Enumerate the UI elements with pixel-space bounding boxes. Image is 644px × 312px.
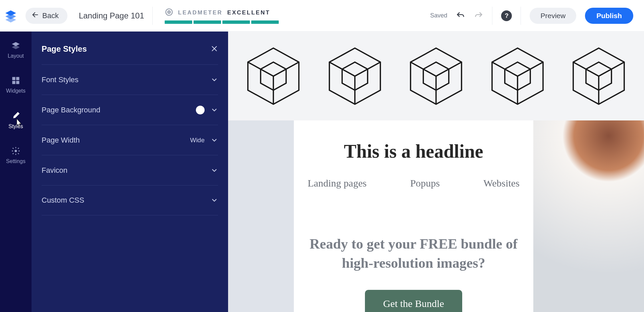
cube-icon [241, 44, 305, 108]
option-label: Font Styles [42, 75, 78, 84]
chevron-down-icon [211, 197, 218, 204]
logo-strip [228, 32, 644, 120]
saved-status: Saved [430, 12, 447, 19]
styles-panel: Page Styles Font Styles Page Background … [32, 32, 228, 312]
option-page-background[interactable]: Page Background [42, 95, 218, 125]
divider [521, 7, 521, 25]
chevron-down-icon [211, 76, 218, 84]
divider [152, 7, 153, 25]
svg-point-13 [15, 150, 17, 152]
cta-button[interactable]: Get the Bundle [365, 290, 462, 312]
brush-icon [11, 111, 21, 121]
option-label: Favicon [42, 166, 67, 175]
close-icon [211, 45, 218, 52]
panel-title: Page Styles [42, 44, 87, 54]
leadmeter-label: LEADMETER [178, 9, 223, 16]
leadmeter: LEADMETER EXCELLENT [165, 8, 279, 24]
publish-button[interactable]: Publish [585, 8, 633, 24]
leadmeter-bar [165, 20, 279, 24]
svg-marker-8 [12, 45, 19, 49]
widgets-icon [11, 76, 20, 85]
cube-icon [323, 44, 387, 108]
svg-marker-2 [5, 17, 16, 22]
tab-landing-pages[interactable]: Landing pages [308, 177, 367, 189]
option-custom-css[interactable]: Custom CSS [42, 185, 218, 215]
option-page-width[interactable]: Page Width Wide [42, 125, 218, 155]
option-label: Page Width [42, 136, 80, 145]
leadmeter-segment [194, 20, 221, 24]
undo-button[interactable] [456, 11, 465, 20]
tab-websites[interactable]: Websites [483, 177, 520, 189]
status-group: Saved ? Preview Publish [430, 7, 633, 25]
stage: This is a headline Landing pages Popups … [228, 120, 644, 312]
svg-rect-10 [16, 77, 19, 80]
tab-popups[interactable]: Popups [410, 177, 440, 189]
leadmeter-segment [165, 20, 192, 24]
undo-icon [456, 11, 465, 20]
arrow-left-icon [32, 11, 39, 20]
leadmeter-segment [222, 20, 250, 24]
cube-icon [486, 44, 549, 108]
color-swatch [196, 106, 205, 114]
svg-rect-9 [12, 77, 15, 80]
target-icon [165, 8, 173, 18]
canvas: This is a headline Landing pages Popups … [228, 32, 644, 312]
sidebar-rail: Layout Widgets Styles Settings [0, 32, 32, 312]
gear-icon [11, 146, 20, 156]
rail-label: Settings [6, 158, 25, 164]
rail-item-settings[interactable]: Settings [0, 144, 32, 166]
page-title: Landing Page 101 [79, 11, 144, 20]
rail-item-styles[interactable]: Styles [0, 109, 32, 132]
headline: This is a headline [344, 141, 483, 162]
help-button[interactable]: ? [501, 10, 512, 21]
svg-rect-11 [12, 81, 15, 84]
redo-icon [474, 11, 483, 20]
chevron-down-icon [211, 106, 218, 114]
topbar: Back Landing Page 101 LEADMETER EXCELLEN… [0, 0, 644, 32]
stage-gutter [228, 120, 294, 312]
option-label: Page Background [42, 106, 100, 114]
rail-label: Widgets [6, 88, 25, 94]
option-label: Custom CSS [42, 196, 84, 205]
preview-button[interactable]: Preview [530, 8, 576, 24]
cube-icon [404, 44, 468, 108]
redo-button[interactable] [474, 11, 483, 20]
leadmeter-rating: EXCELLENT [227, 9, 270, 16]
chevron-down-icon [211, 167, 218, 174]
lead-text: Ready to get your FREE bundle of high-re… [294, 235, 533, 272]
tab-row: Landing pages Popups Websites [308, 177, 520, 189]
back-label: Back [42, 11, 59, 20]
back-button[interactable]: Back [25, 8, 67, 24]
rail-item-widgets[interactable]: Widgets [0, 74, 32, 96]
option-value: Wide [190, 137, 205, 144]
divider [492, 7, 492, 25]
content-card: This is a headline Landing pages Popups … [294, 120, 533, 312]
app-logo-icon [4, 9, 17, 22]
option-favicon[interactable]: Favicon [42, 155, 218, 185]
rail-label: Layout [8, 53, 24, 59]
rail-label: Styles [8, 123, 23, 129]
hero-image [533, 120, 644, 312]
option-font-styles[interactable]: Font Styles [42, 64, 218, 95]
leadmeter-segment [251, 20, 279, 24]
layers-icon [11, 41, 20, 50]
close-panel-button[interactable] [211, 45, 218, 53]
chevron-down-icon [211, 137, 218, 144]
svg-point-6 [169, 11, 169, 12]
svg-rect-12 [16, 81, 19, 84]
cube-icon [567, 44, 631, 108]
rail-item-layout[interactable]: Layout [0, 39, 32, 61]
